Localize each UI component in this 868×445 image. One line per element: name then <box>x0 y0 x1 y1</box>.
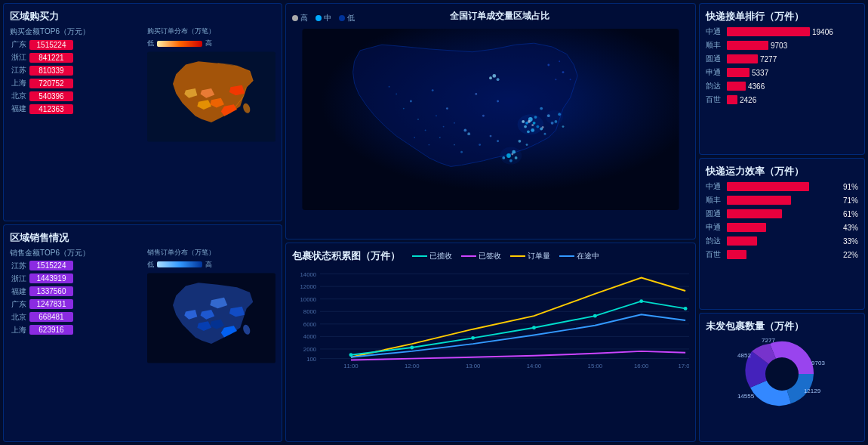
rank-name: 韵达 <box>706 81 724 91</box>
rank-name: 圆通 <box>706 54 724 64</box>
national-map-title: 全国订单成交量区域占比 <box>450 10 549 23</box>
dashboard: 区域购买力 购买金额TOP6（万元） 广东 1515224 浙江 841221 … <box>0 0 868 445</box>
eff-pct: 33% <box>843 237 858 246</box>
eff-name: 申通 <box>706 222 724 233</box>
legend-low: 低 <box>347 13 355 23</box>
eff-pct: 61% <box>843 210 858 218</box>
svg-point-37 <box>497 140 499 142</box>
svg-point-39 <box>479 144 481 146</box>
svg-point-28 <box>475 93 477 95</box>
eff-row: 百世 22% <box>706 249 858 260</box>
svg-point-64 <box>559 60 560 62</box>
buy-value: 1515224 <box>29 40 73 50</box>
svg-text:12129: 12129 <box>804 388 821 394</box>
eff-bar <box>727 182 809 191</box>
buy-bar-row: 北京 540396 <box>10 91 141 101</box>
eff-name: 韵达 <box>706 236 724 246</box>
buy-gradient <box>157 41 202 47</box>
svg-point-49 <box>454 144 455 146</box>
svg-text:4852: 4852 <box>737 352 751 359</box>
eff-row: 圆通 61% <box>706 209 858 219</box>
svg-point-55 <box>428 144 429 146</box>
sell-bar-row: 上海 623916 <box>10 325 141 335</box>
svg-point-91 <box>349 353 352 357</box>
sell-region-label: 上海 <box>10 325 26 335</box>
rank-bar <box>727 82 746 91</box>
rank-bar <box>727 95 737 104</box>
svg-point-42 <box>562 125 565 128</box>
eff-row: 韵达 33% <box>706 236 858 246</box>
buy-bar-row: 上海 720752 <box>10 78 141 88</box>
buy-region-label: 福建 <box>10 104 26 114</box>
chart-area: 14000 12000 10000 8000 6000 4000 2000 10… <box>292 269 689 371</box>
eff-bars: 中通 91% 顺丰 71% 圆通 61% 申通 43% 韵达 <box>706 181 858 260</box>
legend-dot-high <box>292 15 298 21</box>
svg-text:8000: 8000 <box>303 308 317 315</box>
eff-bar-wrap <box>727 250 838 259</box>
buy-region-label: 江苏 <box>10 65 26 76</box>
svg-point-95 <box>593 314 597 318</box>
svg-text:7277: 7277 <box>762 337 775 344</box>
rank-name: 顺丰 <box>706 40 724 51</box>
legend-dot-mid <box>315 15 322 21</box>
sell-gradient <box>157 261 202 267</box>
svg-point-96 <box>639 299 643 303</box>
svg-point-98 <box>765 357 799 391</box>
rank-bar <box>727 68 749 77</box>
svg-point-36 <box>526 144 528 146</box>
sell-bar-row: 北京 668481 <box>10 312 141 323</box>
unshipped-panel: 未发包裹数量（万件） <box>699 313 865 442</box>
svg-text:14555: 14555 <box>737 393 755 400</box>
eff-bar-wrap <box>727 209 838 218</box>
svg-point-26 <box>432 89 434 91</box>
sell-bar-row: 广东 1247831 <box>10 299 141 310</box>
sell-bar-row: 江苏 1515224 <box>10 261 141 271</box>
ranking-title: 快递接单排行（万件） <box>706 10 858 23</box>
efficiency-panel: 快递运力效率（万件） 中通 91% 顺丰 71% 圆通 61% 申通 43% <box>699 158 865 310</box>
unshipped-title: 未发包裹数量（万件） <box>706 320 858 333</box>
svg-point-61 <box>500 147 522 164</box>
rank-num: 2426 <box>740 96 756 104</box>
svg-point-52 <box>436 115 437 116</box>
svg-point-47 <box>425 129 426 131</box>
legend-mid: 中 <box>324 13 331 23</box>
rank-row: 百世 2426 <box>706 94 858 105</box>
svg-point-94 <box>532 326 536 329</box>
sell-region-label: 广东 <box>10 299 26 310</box>
svg-point-93 <box>471 336 475 340</box>
eff-pct: 43% <box>843 224 858 232</box>
svg-text:9703: 9703 <box>811 360 825 366</box>
rank-bar <box>727 54 758 63</box>
buy-legend-low: 低 <box>147 39 154 48</box>
rank-bar-container: 7277 <box>727 54 858 63</box>
svg-point-29 <box>497 100 499 103</box>
svg-point-66 <box>570 79 571 80</box>
pie-chart: 9703 12129 14555 4852 7277 <box>714 336 850 412</box>
svg-point-35 <box>518 140 521 143</box>
eff-bar <box>727 250 746 259</box>
svg-point-54 <box>414 137 415 138</box>
eff-bar <box>727 236 757 246</box>
buy-value: 540396 <box>29 91 73 101</box>
buy-region-label: 北京 <box>10 91 26 101</box>
intransit-color <box>559 255 574 257</box>
svg-text:17:00: 17:00 <box>678 363 689 369</box>
svg-text:12000: 12000 <box>300 283 317 290</box>
svg-point-45 <box>403 108 405 110</box>
national-map-svg <box>292 29 689 210</box>
rank-num: 4366 <box>748 82 765 91</box>
eff-bar-wrap <box>727 236 838 246</box>
order-label: 订单量 <box>528 251 550 261</box>
svg-point-31 <box>540 107 543 110</box>
buy-map <box>147 51 275 142</box>
right-column: 快递接单排行（万件） 中通 19406 顺丰 9703 圆通 7277 申通 <box>699 3 865 442</box>
svg-text:2000: 2000 <box>303 346 317 353</box>
eff-pct: 71% <box>843 196 858 205</box>
eff-name: 顺丰 <box>706 195 724 206</box>
rank-num: 5337 <box>752 69 768 77</box>
buy-bar-row: 广东 1515224 <box>10 39 141 50</box>
left-column: 区域购买力 购买金额TOP6（万元） 广东 1515224 浙江 841221 … <box>3 3 282 442</box>
buy-sub-title: 购买金额TOP6（万元） <box>10 26 141 37</box>
eff-bar-wrap <box>727 223 838 232</box>
legend-order: 订单量 <box>510 251 550 261</box>
